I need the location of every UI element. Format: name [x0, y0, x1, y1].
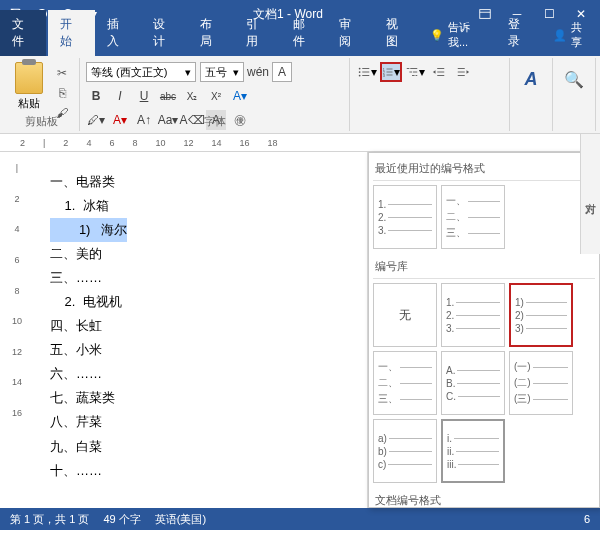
tab-insert[interactable]: 插入 — [95, 10, 141, 56]
text-effects-button[interactable]: A▾ — [230, 86, 250, 106]
numfmt-recent-cnton[interactable]: 一、二、三、 — [441, 185, 505, 249]
tab-file[interactable]: 文件 — [0, 10, 46, 56]
doc-line: 十、…… — [50, 459, 357, 483]
copy-button[interactable]: ⎘ — [52, 84, 72, 102]
numfmt-recent-numdot[interactable]: 1.2.3. — [373, 185, 437, 249]
tab-review[interactable]: 审阅 — [327, 10, 373, 56]
multilevel-button[interactable]: ▾ — [404, 62, 426, 82]
document-area[interactable]: |246810121416 一、电器类 1. 冰箱 1) 海尔 二、美的 三、…… — [0, 152, 368, 508]
decrease-indent-button[interactable] — [428, 62, 450, 82]
find-button[interactable]: 🔍 — [559, 64, 589, 94]
numfmt-numdot[interactable]: 1.2.3. — [441, 283, 505, 347]
svg-text:3: 3 — [383, 74, 385, 78]
dd-section-docfmt: 文档编号格式 — [373, 489, 595, 508]
numfmt-cnton-lib[interactable]: 一、二、三、 — [373, 351, 437, 415]
tab-layout[interactable]: 布局 — [188, 10, 234, 56]
doc-line: 三、…… — [50, 266, 357, 290]
group-label-font: 字体 — [80, 114, 349, 129]
underline-button[interactable]: U — [134, 86, 154, 106]
doc-line: 六、…… — [50, 362, 357, 386]
doc-line: 八、芹菜 — [50, 410, 357, 434]
tab-design[interactable]: 设计 — [141, 10, 187, 56]
phonetic-button[interactable]: wén — [248, 62, 268, 82]
side-panel-tab[interactable]: 对方 — [580, 134, 600, 254]
font-size-combo[interactable]: 五号▾ — [200, 62, 244, 82]
group-editing: 🔍 — [553, 58, 596, 131]
paste-button[interactable]: 粘贴 — [10, 62, 48, 111]
share-button[interactable]: 👤共享 — [543, 14, 600, 56]
login-button[interactable]: 登录 — [496, 10, 542, 56]
dd-section-library: 编号库 — [373, 255, 595, 279]
group-font: 等线 (西文正文)▾ 五号▾ wén A B I U abc X₂ X² A▾ … — [80, 58, 350, 131]
group-paragraph: ▾ 123▾ ▾ — [350, 58, 510, 131]
numbering-button[interactable]: 123▾ — [380, 62, 402, 82]
status-page[interactable]: 第 1 页，共 1 页 — [10, 512, 89, 527]
doc-line: 四、长虹 — [50, 314, 357, 338]
doc-line: 2. 电视机 — [50, 290, 357, 314]
doc-line-selected: 1) 海尔 — [50, 218, 127, 242]
numfmt-numparen[interactable]: 1)2)3) — [509, 283, 573, 347]
numbering-dropdown: 最近使用过的编号格式 1.2.3. 一、二、三、 编号库 无 1.2.3. 1)… — [368, 152, 600, 508]
char-border-button[interactable]: A — [272, 62, 292, 82]
cut-button[interactable]: ✂ — [52, 64, 72, 82]
ribbon-tabs: 文件 开始 插入 设计 布局 引用 邮件 审阅 视图 💡告诉我... 登录 👤共… — [0, 28, 600, 56]
svg-point-3 — [359, 75, 361, 77]
group-styles: A — [510, 58, 553, 131]
doc-line: 七、蔬菜类 — [50, 386, 357, 410]
status-bar: 第 1 页，共 1 页 49 个字 英语(美国) 6 — [0, 508, 600, 530]
tab-mailings[interactable]: 邮件 — [281, 10, 327, 56]
dd-section-recent: 最近使用过的编号格式 — [373, 157, 595, 181]
increase-indent-button[interactable] — [452, 62, 474, 82]
numfmt-none[interactable]: 无 — [373, 283, 437, 347]
status-lang[interactable]: 英语(美国) — [155, 512, 206, 527]
clipboard-icon — [15, 62, 43, 94]
styles-button[interactable]: A — [516, 64, 546, 94]
svg-point-2 — [359, 71, 361, 73]
doc-line: 一、电器类 — [50, 170, 357, 194]
numfmt-abcparen[interactable]: a)b)c) — [373, 419, 437, 483]
status-words[interactable]: 49 个字 — [103, 512, 140, 527]
doc-line: 1. 冰箱 — [50, 194, 357, 218]
group-clipboard: 粘贴 ✂ ⎘ 🖌 剪贴板 — [4, 58, 80, 131]
status-zoom[interactable]: 6 — [584, 513, 590, 525]
bold-button[interactable]: B — [86, 86, 106, 106]
tell-me[interactable]: 💡告诉我... — [420, 14, 496, 56]
numfmt-roman[interactable]: i.ii.iii. — [441, 419, 505, 483]
bullets-button[interactable]: ▾ — [356, 62, 378, 82]
ruler-horizontal[interactable]: 2|24681012141618 — [0, 134, 600, 152]
superscript-button[interactable]: X² — [206, 86, 226, 106]
doc-line: 二、美的 — [50, 242, 357, 266]
tab-view[interactable]: 视图 — [374, 10, 420, 56]
font-name-combo[interactable]: 等线 (西文正文)▾ — [86, 62, 196, 82]
doc-line: 五、小米 — [50, 338, 357, 362]
ribbon: 粘贴 ✂ ⎘ 🖌 剪贴板 等线 (西文正文)▾ 五号▾ wén A B I U … — [0, 56, 600, 134]
subscript-button[interactable]: X₂ — [182, 86, 202, 106]
ruler-vertical[interactable]: |246810121416 — [8, 152, 26, 508]
doc-line: 九、白菜 — [50, 435, 357, 459]
numfmt-cnparen[interactable]: (一)(二)(三) — [509, 351, 573, 415]
svg-point-1 — [359, 68, 361, 70]
numfmt-abcdot[interactable]: A.B.C. — [441, 351, 505, 415]
italic-button[interactable]: I — [110, 86, 130, 106]
strike-button[interactable]: abc — [158, 86, 178, 106]
tab-references[interactable]: 引用 — [234, 10, 280, 56]
tab-home[interactable]: 开始 — [48, 10, 94, 56]
group-label-clipboard: 剪贴板 — [4, 114, 79, 129]
